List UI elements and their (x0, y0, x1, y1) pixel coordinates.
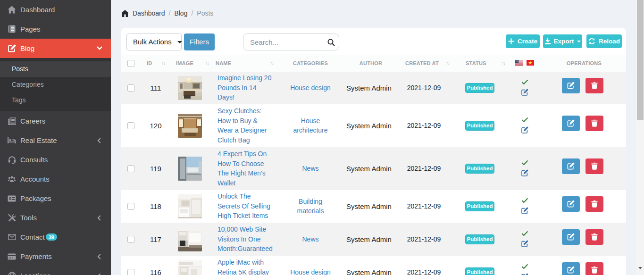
svg-text:$: $ (9, 196, 11, 201)
